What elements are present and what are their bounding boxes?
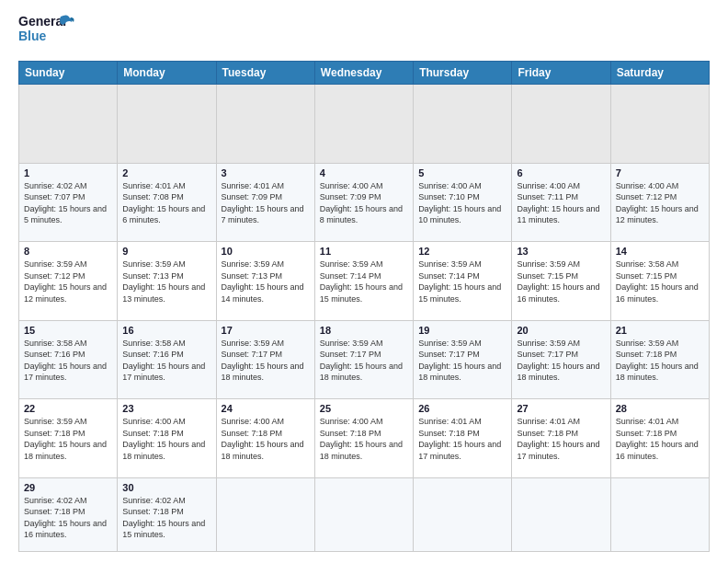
calendar-cell: 23Sunrise: 4:00 AMSunset: 7:18 PMDayligh… (118, 399, 216, 478)
day-number: 11 (320, 246, 408, 257)
day-info: Sunrise: 4:00 AMSunset: 7:12 PMDaylight:… (616, 180, 704, 226)
day-number: 25 (320, 403, 408, 414)
day-number: 10 (222, 246, 310, 257)
calendar-cell: 30Sunrise: 4:02 AMSunset: 7:18 PMDayligh… (118, 477, 216, 552)
calendar-cell: 22Sunrise: 3:59 AMSunset: 7:18 PMDayligh… (19, 399, 118, 478)
day-info: Sunrise: 4:02 AMSunset: 7:07 PMDaylight:… (24, 180, 112, 226)
day-info: Sunrise: 4:00 AMSunset: 7:11 PMDaylight:… (517, 180, 605, 226)
calendar-cell: 1Sunrise: 4:02 AMSunset: 7:07 PMDaylight… (19, 163, 118, 242)
day-info: Sunrise: 3:59 AMSunset: 7:17 PMDaylight:… (418, 338, 506, 384)
week-row-2: 1Sunrise: 4:02 AMSunset: 7:07 PMDaylight… (19, 163, 710, 242)
day-info: Sunrise: 4:01 AMSunset: 7:18 PMDaylight:… (616, 416, 704, 462)
day-number: 9 (122, 246, 210, 257)
calendar-cell: 24Sunrise: 4:00 AMSunset: 7:18 PMDayligh… (216, 399, 314, 478)
calendar-cell: 6Sunrise: 4:00 AMSunset: 7:11 PMDaylight… (512, 163, 610, 242)
calendar-cell (19, 85, 118, 164)
day-info: Sunrise: 4:01 AMSunset: 7:18 PMDaylight:… (418, 416, 506, 462)
calendar-cell: 9Sunrise: 3:59 AMSunset: 7:13 PMDaylight… (118, 242, 216, 321)
calendar-cell: 16Sunrise: 3:58 AMSunset: 7:16 PMDayligh… (118, 320, 216, 399)
day-info: Sunrise: 4:00 AMSunset: 7:18 PMDaylight:… (320, 416, 408, 462)
day-number: 12 (418, 246, 506, 257)
col-header-saturday: Saturday (610, 62, 709, 85)
calendar-cell: 2Sunrise: 4:01 AMSunset: 7:08 PMDaylight… (118, 163, 216, 242)
calendar: SundayMondayTuesdayWednesdayThursdayFrid… (18, 61, 710, 552)
calendar-cell (414, 85, 512, 164)
day-number: 16 (122, 325, 210, 336)
day-info: Sunrise: 3:59 AMSunset: 7:17 PMDaylight:… (517, 338, 605, 384)
week-row-1 (19, 85, 710, 164)
calendar-cell: 18Sunrise: 3:59 AMSunset: 7:17 PMDayligh… (314, 320, 413, 399)
day-info: Sunrise: 4:00 AMSunset: 7:10 PMDaylight:… (418, 180, 506, 226)
week-row-6: 29Sunrise: 4:02 AMSunset: 7:18 PMDayligh… (19, 477, 710, 552)
col-header-monday: Monday (118, 62, 216, 85)
day-info: Sunrise: 3:59 AMSunset: 7:17 PMDaylight:… (320, 338, 408, 384)
week-row-4: 15Sunrise: 3:58 AMSunset: 7:16 PMDayligh… (19, 320, 710, 399)
day-number: 15 (24, 325, 112, 336)
calendar-cell (314, 85, 413, 164)
calendar-header-row: SundayMondayTuesdayWednesdayThursdayFrid… (19, 62, 710, 85)
calendar-cell: 15Sunrise: 3:58 AMSunset: 7:16 PMDayligh… (19, 320, 118, 399)
day-number: 2 (122, 167, 210, 178)
day-info: Sunrise: 4:00 AMSunset: 7:18 PMDaylight:… (222, 416, 310, 462)
calendar-cell (610, 477, 709, 552)
day-number: 3 (222, 167, 310, 178)
calendar-cell: 26Sunrise: 4:01 AMSunset: 7:18 PMDayligh… (414, 399, 512, 478)
calendar-cell: 27Sunrise: 4:01 AMSunset: 7:18 PMDayligh… (512, 399, 610, 478)
day-number: 4 (320, 167, 408, 178)
col-header-tuesday: Tuesday (216, 62, 314, 85)
day-info: Sunrise: 4:01 AMSunset: 7:18 PMDaylight:… (517, 416, 605, 462)
day-info: Sunrise: 3:59 AMSunset: 7:13 PMDaylight:… (222, 259, 310, 304)
day-info: Sunrise: 3:58 AMSunset: 7:15 PMDaylight:… (616, 259, 704, 304)
day-info: Sunrise: 4:00 AMSunset: 7:18 PMDaylight:… (122, 416, 210, 462)
day-info: Sunrise: 3:59 AMSunset: 7:14 PMDaylight:… (320, 259, 408, 304)
day-number: 27 (517, 403, 605, 414)
day-number: 19 (418, 325, 506, 336)
day-number: 18 (320, 325, 408, 336)
calendar-cell: 21Sunrise: 3:59 AMSunset: 7:18 PMDayligh… (610, 320, 709, 399)
calendar-cell: 5Sunrise: 4:00 AMSunset: 7:10 PMDaylight… (414, 163, 512, 242)
day-info: Sunrise: 4:01 AMSunset: 7:09 PMDaylight:… (222, 180, 310, 226)
col-header-sunday: Sunday (19, 62, 118, 85)
day-number: 20 (517, 325, 605, 336)
day-info: Sunrise: 3:59 AMSunset: 7:17 PMDaylight:… (222, 338, 310, 384)
calendar-cell: 11Sunrise: 3:59 AMSunset: 7:14 PMDayligh… (314, 242, 413, 321)
calendar-cell: 25Sunrise: 4:00 AMSunset: 7:18 PMDayligh… (314, 399, 413, 478)
calendar-cell: 7Sunrise: 4:00 AMSunset: 7:12 PMDaylight… (610, 163, 709, 242)
day-number: 6 (517, 167, 605, 178)
day-info: Sunrise: 3:59 AMSunset: 7:18 PMDaylight:… (24, 416, 112, 462)
day-number: 23 (122, 403, 210, 414)
day-info: Sunrise: 4:02 AMSunset: 7:18 PMDaylight:… (24, 495, 112, 541)
day-info: Sunrise: 3:58 AMSunset: 7:16 PMDaylight:… (24, 338, 112, 384)
calendar-cell: 4Sunrise: 4:00 AMSunset: 7:09 PMDaylight… (314, 163, 413, 242)
calendar-cell (414, 477, 512, 552)
col-header-thursday: Thursday (414, 62, 512, 85)
day-info: Sunrise: 3:59 AMSunset: 7:15 PMDaylight:… (517, 259, 605, 304)
header: General Blue (18, 15, 710, 52)
day-number: 13 (517, 246, 605, 257)
calendar-cell (118, 85, 216, 164)
calendar-cell (512, 85, 610, 164)
day-number: 8 (24, 246, 112, 257)
logo-graphic: General Blue (18, 15, 59, 52)
calendar-cell: 14Sunrise: 3:58 AMSunset: 7:15 PMDayligh… (610, 242, 709, 321)
calendar-cell (610, 85, 709, 164)
calendar-cell (314, 477, 413, 552)
day-info: Sunrise: 3:59 AMSunset: 7:12 PMDaylight:… (24, 259, 112, 304)
day-info: Sunrise: 3:59 AMSunset: 7:14 PMDaylight:… (418, 259, 506, 304)
day-number: 24 (222, 403, 310, 414)
day-info: Sunrise: 3:59 AMSunset: 7:13 PMDaylight:… (122, 259, 210, 304)
day-info: Sunrise: 4:02 AMSunset: 7:18 PMDaylight:… (122, 495, 210, 541)
day-info: Sunrise: 3:58 AMSunset: 7:16 PMDaylight:… (122, 338, 210, 384)
day-number: 7 (616, 167, 704, 178)
calendar-cell: 19Sunrise: 3:59 AMSunset: 7:17 PMDayligh… (414, 320, 512, 399)
day-number: 14 (616, 246, 704, 257)
day-number: 26 (418, 403, 506, 414)
day-info: Sunrise: 4:00 AMSunset: 7:09 PMDaylight:… (320, 180, 408, 226)
calendar-cell (512, 477, 610, 552)
col-header-wednesday: Wednesday (314, 62, 413, 85)
calendar-cell: 20Sunrise: 3:59 AMSunset: 7:17 PMDayligh… (512, 320, 610, 399)
logo: General Blue (18, 15, 59, 52)
calendar-cell: 13Sunrise: 3:59 AMSunset: 7:15 PMDayligh… (512, 242, 610, 321)
day-number: 17 (222, 325, 310, 336)
day-number: 29 (24, 482, 112, 493)
